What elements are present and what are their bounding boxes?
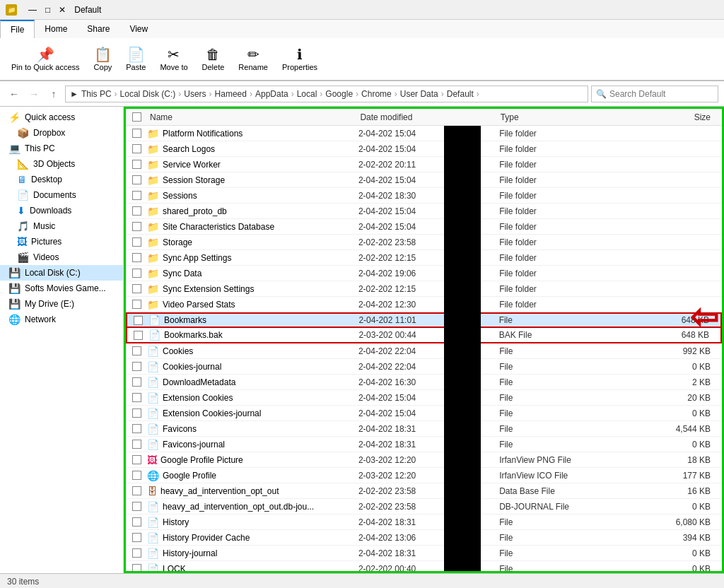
row-checkbox-24[interactable] [132,502,141,511]
window-minimize[interactable]: — [25,5,40,15]
header-name[interactable]: Name [147,112,360,122]
table-row[interactable]: 📄 Extension Cookies 2-04-202 15:04 File … [126,390,722,406]
table-row[interactable]: 📁 Video Parsed Stats 2-04-202 12:30 File… [126,297,722,312]
row-checkbox-2[interactable] [132,160,141,169]
row-checkbox-15[interactable] [132,362,141,371]
search-input[interactable] [609,89,713,99]
table-row[interactable]: 📁 shared_proto_db 2-04-202 15:04 File fo… [126,204,722,219]
delete-button[interactable]: 🗑 Delete [197,45,230,74]
sidebar-item-videos[interactable]: 🎬 Videos [0,249,123,265]
row-check-6[interactable] [126,222,147,231]
sidebar-item-documents[interactable]: 📄 Documents [0,187,123,203]
row-checkbox-13[interactable] [134,331,143,340]
row-checkbox-11[interactable] [132,300,141,309]
table-row[interactable]: 📁 Sync Extension Settings 2-02-202 12:15… [126,281,722,297]
sidebar-item-desktop[interactable]: 🖥 Desktop [0,172,123,187]
row-check-13[interactable] [127,331,148,340]
header-check[interactable] [126,112,147,122]
row-checkbox-19[interactable] [132,424,141,433]
table-row[interactable]: 📄 History 2-04-202 18:31 File 6,080 KB [126,514,722,530]
sidebar-item-music[interactable]: 🎵 Music [0,218,123,234]
table-row[interactable]: 📄 LOCK 2-02-202 00:40 File 0 KB [126,561,722,573]
table-row[interactable]: 📄 heavy_ad_intervention_opt_out.db-jou..… [126,499,722,514]
tab-share[interactable]: Share [77,20,119,38]
row-check-24[interactable] [126,502,147,511]
header-type[interactable]: Type [501,112,641,122]
table-row[interactable]: 📄 Extension Cookies-journal 2-04-202 15:… [126,406,722,421]
tab-view[interactable]: View [119,20,158,38]
row-checkbox-28[interactable] [132,564,141,573]
tab-home[interactable]: Home [35,20,77,38]
row-checkbox-21[interactable] [132,455,141,464]
row-checkbox-1[interactable] [132,144,141,153]
row-check-9[interactable] [126,269,147,278]
row-check-7[interactable] [126,237,147,247]
rename-button[interactable]: ✏ Rename [233,45,274,74]
window-close[interactable]: ✕ [56,5,69,15]
row-check-22[interactable] [126,471,147,480]
sidebar-item-downloads[interactable]: ⬇ Downloads [0,203,123,218]
table-row[interactable]: 📁 Platform Notifications 2-04-202 15:04 … [126,126,722,141]
header-size[interactable]: Size [641,112,722,122]
row-checkbox-27[interactable] [132,548,141,558]
row-checkbox-10[interactable] [132,284,141,293]
row-check-15[interactable] [126,362,147,371]
row-check-16[interactable] [126,377,147,387]
row-checkbox-9[interactable] [132,269,141,278]
table-row[interactable]: 📁 Sync Data 2-04-202 19:06 File folder [126,266,722,281]
copy-button[interactable]: 📋 Copy [88,45,118,74]
up-button[interactable]: ↑ [45,86,62,102]
row-check-0[interactable] [126,129,147,138]
row-check-25[interactable] [126,517,147,527]
tab-file[interactable]: File [0,20,35,38]
row-check-28[interactable] [126,564,147,573]
sidebar-item-my-drive[interactable]: 💾 My Drive (E:) [0,296,123,312]
table-row[interactable]: 📁 Storage 2-02-202 23:58 File folder [126,235,722,250]
row-check-12[interactable] [127,316,148,325]
paste-button[interactable]: 📄 Paste [120,45,151,74]
row-checkbox-7[interactable] [132,237,141,247]
table-row[interactable]: 📁 Sessions 2-04-202 18:30 File folder [126,188,722,204]
row-checkbox-14[interactable] [132,346,141,355]
row-check-8[interactable] [126,253,147,262]
row-checkbox-23[interactable] [132,486,141,495]
table-row[interactable]: 🌐 Google Profile 2-03-202 12:20 IrfanVie… [126,468,722,483]
sidebar-item-network[interactable]: 🌐 Network [0,312,123,327]
row-checkbox-0[interactable] [132,129,141,138]
table-row[interactable]: 📁 Sync App Settings 2-02-202 12:15 File … [126,250,722,266]
row-check-21[interactable] [126,455,147,464]
row-checkbox-3[interactable] [132,175,141,184]
table-row[interactable]: 📄 Bookmarks 2-04-202 11:01 File 648 KB [126,312,722,328]
address-path[interactable]: ► This PC › Local Disk (C:) › Users › Ha… [65,86,588,102]
table-row[interactable]: 📁 Site Characteristics Database 2-04-202… [126,219,722,235]
sidebar-item-softs[interactable]: 💾 Softs Movies Game... [0,281,123,296]
row-check-4[interactable] [126,191,147,200]
select-all-checkbox[interactable] [132,112,141,122]
row-check-14[interactable] [126,346,147,355]
forward-button[interactable]: → [25,86,42,102]
row-checkbox-4[interactable] [132,191,141,200]
table-row[interactable]: 📄 Favicons-journal 2-04-202 18:31 File 0… [126,437,722,452]
row-check-27[interactable] [126,548,147,558]
sidebar-item-local-disk[interactable]: 💾 Local Disk (C:) [0,265,123,281]
move-button[interactable]: ✂ Move to [154,45,193,74]
sidebar-item-dropbox[interactable]: 📦 Dropbox [0,125,123,141]
row-checkbox-6[interactable] [132,222,141,231]
row-check-26[interactable] [126,533,147,542]
table-row[interactable]: 📄 DownloadMetadata 2-04-202 16:30 File 2… [126,375,722,390]
sidebar-item-this-pc[interactable]: 💻 This PC [0,141,123,156]
search-box[interactable]: 🔍 [591,86,718,102]
row-checkbox-17[interactable] [132,393,141,402]
row-checkbox-16[interactable] [132,377,141,387]
row-checkbox-18[interactable] [132,408,141,418]
properties-button[interactable]: ℹ Properties [276,45,323,74]
row-checkbox-8[interactable] [132,253,141,262]
table-row[interactable]: 📄 Cookies 2-04-202 22:04 File 992 KB [126,343,722,359]
row-check-1[interactable] [126,144,147,153]
row-check-3[interactable] [126,175,147,184]
row-check-17[interactable] [126,393,147,402]
row-check-20[interactable] [126,440,147,449]
row-checkbox-22[interactable] [132,471,141,480]
header-date[interactable]: Date modified [360,112,500,122]
row-check-2[interactable] [126,160,147,169]
